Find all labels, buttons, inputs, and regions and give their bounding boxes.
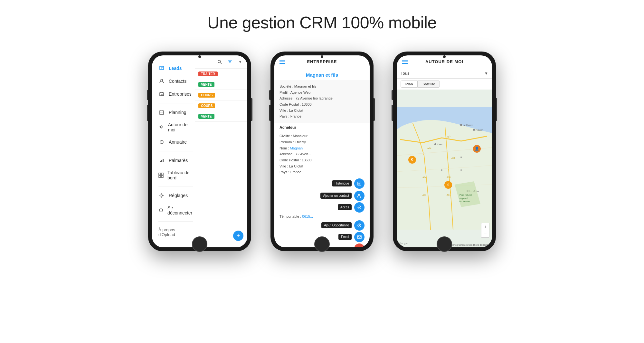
map-screen: AUTOUR DE MOI Tous ▼ Plan Satellite [397,55,492,247]
opportunite-button[interactable] [354,220,365,231]
svg-point-0 [161,79,163,81]
fab-add-button[interactable]: + [233,231,243,241]
map-marker-2: € [444,181,452,189]
profil-field: Profil : Agence Web [279,90,365,96]
opportunite-label: Ajout Opportunité [321,222,352,228]
sidebar-item-label-deconnect: Se déconnecter [167,205,193,215]
list-item[interactable]: VENTE [195,79,247,90]
home-button-2[interactable] [314,236,330,252]
sidebar-item-label-leads: Leads [169,66,182,71]
email-button[interactable] [354,232,365,242]
svg-rect-11 [159,176,161,177]
action-row-acces: Accès [274,202,370,213]
svg-point-26 [434,143,436,145]
svg-point-28 [460,157,462,158]
svg-text:A84: A84 [422,176,427,178]
divider-3 [158,186,193,186]
sidebar-item-contacts[interactable]: Contacts [152,75,199,88]
palmares-icon [158,157,165,164]
search-icon[interactable] [216,58,223,66]
svg-point-24 [473,129,475,131]
chevron-down-icon-map: ▼ [484,71,488,76]
list-item[interactable]: COURS [195,100,247,111]
list-item[interactable]: VENTE [195,111,247,122]
sidebar-item-palmares[interactable]: Palmarès [152,154,199,167]
google-logo: Google [399,242,408,245]
home-button-1[interactable] [192,236,207,252]
sidebar-item-autour[interactable]: Autour de moi [152,119,199,136]
svg-point-30 [460,169,462,171]
societe-field: Société : Magnan et fils [279,83,365,90]
sidebar-item-label-autour: Autour de moi [168,122,193,132]
divider-4 [158,221,193,222]
acheteur-title: Acheteur [274,123,370,131]
menu-screen: Leads Contacts [152,55,200,247]
settings-icon [158,192,165,199]
annuaire-icon [158,139,165,145]
badge-cours: COURS [198,93,215,98]
app-header-title-2: ENTREPRISE [307,59,337,64]
svg-text:Caen: Caen [437,143,443,146]
sidebar-item-planning[interactable]: Planning [152,106,199,119]
location-icon [158,124,164,130]
sidebar-item-label-annuaire: Annuaire [169,139,187,145]
dashboard-icon [158,172,164,178]
cp-field: Code Postal : 13600 [279,101,365,108]
svg-text:Le Havre: Le Havre [463,124,473,127]
sidebar-item-deconnect[interactable]: Se déconnecter [152,202,199,219]
tab-plan[interactable]: Plan [401,81,418,88]
acces-label: Accès [338,204,352,210]
svg-rect-8 [163,159,164,162]
badge-traiter: TRAITER [198,71,217,76]
svg-text:A28: A28 [447,176,451,178]
svg-text:Rouen: Rouen [476,129,483,131]
close-button[interactable]: × [354,243,365,247]
sidebar-item-label-contacts: Contacts [169,79,186,84]
sidebar-item-label-entreprises: Entreprises [169,91,192,97]
map-zoom-controls: + − [481,223,489,238]
acces-button[interactable] [354,202,365,213]
email-label: Email [338,234,352,240]
action-row-opportunite: Ajout Opportunité [274,220,370,231]
svg-text:A88: A88 [451,157,456,159]
hamburger-menu-3[interactable] [402,60,408,64]
hamburger-menu-2[interactable] [279,60,285,64]
sidebar-item-label-planning: Planning [169,110,186,115]
ajouter-contact-button[interactable] [354,191,365,201]
app-header-2: ENTREPRISE [274,55,370,68]
chevron-down-icon[interactable]: ▼ [236,58,244,66]
home-button-3[interactable] [437,236,452,252]
svg-rect-3 [160,111,164,114]
zoom-in-button[interactable]: + [481,223,489,230]
sidebar-item-reglages[interactable]: Réglages [152,189,199,202]
sidebar-item-annuaire[interactable]: Annuaire [152,136,199,148]
map-marker-1: € [408,156,416,164]
leads-list: ▼ TRAITER VENTE COURS COURS VENTE + [195,55,247,247]
list-item[interactable]: TRAITER [195,69,247,79]
svg-rect-6 [160,161,161,162]
sidebar-item-label-palmares: Palmarès [169,158,188,163]
map-svg: Le Havre Rouen Caen Le Mans A13 A84 [397,90,492,247]
contacts-icon [158,78,165,84]
svg-text:du Perche: du Perche [459,200,470,203]
sidebar-item-label-tableau: Tableau de bord [167,170,193,180]
svg-text:régional: régional [459,197,468,200]
map-filter-row[interactable]: Tous ▼ [397,68,492,79]
list-item[interactable]: COURS [195,90,247,100]
sidebar-item-apropos[interactable]: À propos d'Oplead [152,224,199,240]
svg-point-15 [218,60,221,63]
divider-1 [158,103,193,103]
tab-satellite[interactable]: Satellite [418,81,440,88]
svg-rect-7 [161,160,162,162]
svg-text:A11: A11 [447,194,451,196]
filter-icon[interactable] [226,58,234,66]
list-toolbar: ▼ [195,55,247,69]
svg-point-22 [460,124,462,126]
zoom-out-button[interactable]: − [481,230,489,237]
sidebar-item-tableau[interactable]: Tableau de bord [152,167,199,184]
leads-icon [158,65,165,71]
svg-text:Parc naturel: Parc naturel [459,194,472,196]
sidebar-item-entreprises[interactable]: Entreprises [152,88,199,100]
historique-button[interactable] [354,178,365,189]
sidebar-item-leads[interactable]: Leads [152,62,199,75]
